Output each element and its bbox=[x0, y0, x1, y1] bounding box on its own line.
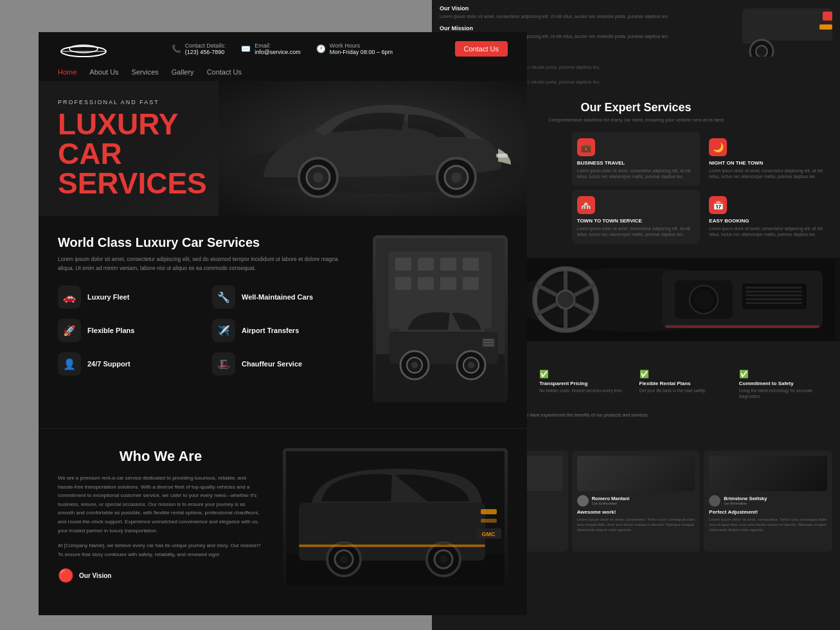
header-top: 📞 Contact Details: (123) 456-7890 ✉️ Ema… bbox=[58, 40, 508, 63]
svg-point-41 bbox=[440, 555, 447, 563]
test-heading-brimstone: Perfect Adjustment! bbox=[709, 509, 827, 515]
svg-rect-15 bbox=[440, 258, 456, 271]
es-card-text-booking: Lorem ipsum dolor sit amet, consectetur … bbox=[709, 226, 827, 237]
truck-image: GMC bbox=[283, 448, 508, 590]
nav-home[interactable]: Home bbox=[58, 68, 76, 76]
hero-car-svg bbox=[225, 84, 527, 213]
hero-section: PROFESSIONAL AND FAST LUXURY CAR SERVICE… bbox=[39, 81, 527, 216]
vision-icon: 🔴 bbox=[58, 568, 74, 583]
svg-rect-20 bbox=[463, 277, 479, 290]
trust-text-3: Using the latest technology for accurate… bbox=[739, 388, 832, 399]
svg-rect-18 bbox=[418, 277, 434, 290]
svg-rect-52 bbox=[819, 24, 832, 30]
site-container: 📞 Contact Details: (123) 456-7890 ✉️ Ema… bbox=[39, 32, 527, 615]
who-left: Who We Are We are a premium rent-a-car s… bbox=[58, 448, 264, 590]
nav-contact[interactable]: Contact Us bbox=[207, 68, 242, 76]
hero-car-image bbox=[219, 81, 527, 216]
features-grid: 🚗 Luxury Fleet 🔧 Well-Maintained Cars bbox=[58, 285, 353, 375]
trust-title-3: Commitment to Safety bbox=[739, 381, 832, 386]
trust-col-rental: ✅ Flexible Rental Plans Get your life ba… bbox=[639, 370, 733, 393]
svg-point-28 bbox=[468, 362, 474, 368]
logo-area bbox=[58, 40, 109, 58]
nav-about[interactable]: About Us bbox=[89, 68, 118, 76]
test-role-brimstone: car filmmaker bbox=[724, 501, 767, 505]
clock-icon: 🕐 bbox=[316, 44, 326, 53]
es-card-icon-town: 🏘️ bbox=[577, 196, 595, 214]
nav-services[interactable]: Services bbox=[132, 68, 159, 76]
phone-value: (123) 456-7890 bbox=[185, 49, 226, 55]
es-card-business: 💼 BUSINESS TRAVEL Lorem ipsum dolor sit … bbox=[572, 132, 701, 186]
svg-point-25 bbox=[411, 362, 418, 368]
trust-col-safety: ✅ Commitment to Safety Using the latest … bbox=[739, 370, 832, 399]
svg-rect-10 bbox=[496, 154, 508, 158]
test-heading-romero: Awesome work! bbox=[577, 509, 695, 515]
test-name-romero: Romero Mantani bbox=[592, 496, 630, 501]
hours-contact: 🕐 Work Hours Mon-Friday 08:00 – 6pm bbox=[316, 42, 393, 55]
test-name-brimstone: Brimstone Switsky bbox=[724, 496, 767, 501]
nav-gallery[interactable]: Gallery bbox=[172, 68, 194, 76]
suv-svg bbox=[376, 239, 505, 399]
hero-title-line3: SERVICES bbox=[58, 166, 207, 200]
feature-label-5: 24/7 Support bbox=[87, 360, 130, 368]
test-img-brimstone bbox=[709, 456, 827, 491]
test-text-romero: Lorem ipsum dolor sit amet, consectetur.… bbox=[577, 517, 695, 533]
feature-icon-box-5: 👤 bbox=[58, 352, 81, 375]
hero-subtitle: PROFESSIONAL AND FAST bbox=[58, 99, 207, 105]
feature-support: 👤 24/7 Support bbox=[58, 352, 199, 375]
hero-title: LUXURY CAR SERVICES bbox=[58, 109, 207, 198]
svg-point-9 bbox=[451, 172, 461, 183]
feature-label-6: Chauffeur Service bbox=[242, 360, 302, 368]
feature-label-1: Luxury Fleet bbox=[87, 293, 129, 301]
moon-icon: 🌙 bbox=[713, 142, 724, 152]
contact-us-button[interactable]: Contact Us bbox=[455, 41, 508, 57]
vision-label: Our Vision bbox=[79, 572, 111, 579]
svg-point-68 bbox=[694, 290, 713, 309]
svg-rect-53 bbox=[823, 12, 832, 21]
hours-value: Mon-Friday 08:00 – 6pm bbox=[330, 49, 393, 55]
svg-rect-46 bbox=[481, 519, 497, 523]
services-right bbox=[373, 235, 508, 402]
who-title: Who We Are bbox=[58, 448, 264, 465]
hours-label: Work Hours bbox=[330, 42, 393, 49]
check-icon-1: ✅ bbox=[539, 370, 632, 379]
svg-point-6 bbox=[313, 172, 323, 183]
airplane-icon: ✈️ bbox=[217, 325, 230, 337]
check-icon-3: ✅ bbox=[739, 370, 832, 379]
svg-rect-45 bbox=[481, 509, 497, 514]
feature-icon-box-2: 🔧 bbox=[212, 285, 235, 309]
es-card-text-business: Lorem ipsum dolor sit amet, consectetur … bbox=[577, 168, 695, 179]
svg-rect-70 bbox=[746, 287, 802, 289]
svg-rect-19 bbox=[440, 277, 456, 290]
services-section: World Class Luxury Car Services Lorem ip… bbox=[39, 216, 527, 428]
svg-rect-16 bbox=[463, 258, 479, 271]
phone-contact: 📞 Contact Details: (123) 456-7890 bbox=[172, 42, 226, 55]
svg-rect-31 bbox=[483, 342, 494, 343]
feature-chauffeur: 🎩 Chauffeur Service bbox=[212, 352, 353, 375]
es-card-text-town: Lorem ipsum dolor sit amet, consectetur … bbox=[577, 226, 695, 237]
phone-icon: 📞 bbox=[172, 44, 181, 53]
phone-label: Contact Details: bbox=[185, 42, 226, 49]
chauffeur-icon: 🎩 bbox=[217, 358, 230, 370]
hero-text: PROFESSIONAL AND FAST LUXURY CAR SERVICE… bbox=[39, 86, 226, 211]
trust-text-1: No hidden costs. Honest services every t… bbox=[539, 388, 632, 393]
feature-label-2: Well-Maintained Cars bbox=[242, 293, 313, 301]
es-card-title-business: BUSINESS TRAVEL bbox=[577, 160, 695, 166]
es-card-booking: 📅 EASY BOOKING Lorem ipsum dolor sit ame… bbox=[704, 190, 832, 244]
email-label: Email: bbox=[255, 42, 301, 49]
svg-rect-44 bbox=[299, 544, 485, 547]
town-icon: 🏘️ bbox=[580, 200, 591, 210]
who-text-1: We are a premium rent-a-car service dedi… bbox=[58, 474, 264, 535]
feature-icon-box-4: ✈️ bbox=[212, 319, 235, 342]
rp-vision-title: Our Vision bbox=[440, 5, 708, 12]
services-title: World Class Luxury Car Services bbox=[58, 235, 353, 250]
feature-airport: ✈️ Airport Transfers bbox=[212, 319, 353, 342]
feature-label-3: Flexible Plans bbox=[87, 327, 134, 334]
test-img-romero bbox=[577, 456, 695, 491]
email-icon: ✉️ bbox=[241, 44, 251, 53]
logo-icon bbox=[58, 40, 109, 58]
trust-title-1: Transparent Pricing bbox=[539, 381, 632, 386]
feature-label-4: Airport Transfers bbox=[242, 327, 299, 334]
who-we-are-section: Who We Are We are a premium rent-a-car s… bbox=[39, 428, 527, 615]
es-card-text-night: Lorem ipsum dolor sit amet, consectetur … bbox=[709, 168, 827, 179]
hero-title-line2: CAR bbox=[58, 137, 122, 170]
